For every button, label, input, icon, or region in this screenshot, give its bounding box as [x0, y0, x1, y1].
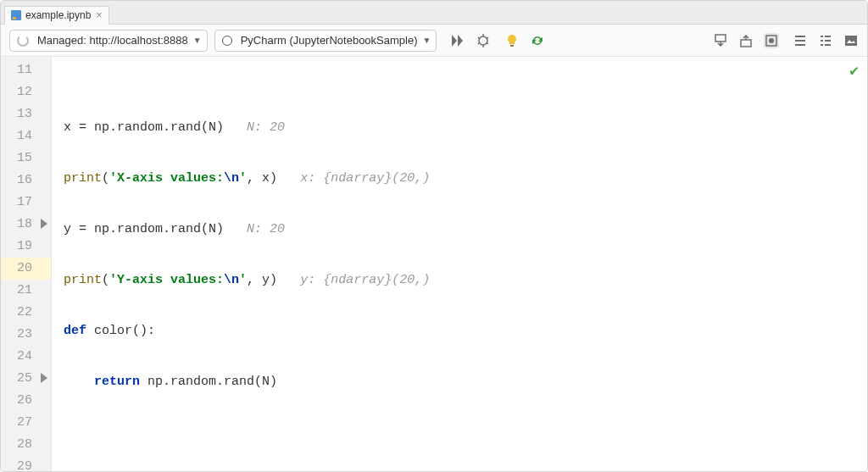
svg-point-2	[479, 36, 487, 45]
move-up-icon[interactable]	[738, 33, 754, 48]
select-cell-icon[interactable]	[764, 33, 779, 48]
line-number: 14	[1, 125, 51, 147]
view-icon-group	[793, 33, 859, 48]
tab-bar: example.ipynb ×	[1, 1, 867, 25]
close-icon[interactable]: ×	[96, 9, 102, 21]
code-line[interactable]	[64, 422, 867, 444]
run-cell-icon[interactable]	[41, 219, 47, 229]
line-number: 27	[1, 412, 51, 434]
run-cell-icon[interactable]	[41, 373, 47, 383]
tool-icon-group	[504, 33, 545, 48]
line-number: 25	[1, 368, 51, 390]
chevron-down-icon: ▼	[193, 36, 202, 45]
code-line[interactable]: print('Y-axis values:\n', y) y: {ndarray…	[64, 269, 867, 292]
line-number: 18	[1, 214, 51, 236]
line-number: 26	[1, 390, 51, 412]
move-down-icon[interactable]	[713, 33, 728, 48]
kernel-dropdown[interactable]: PyCharm (JupyterNotebookSample) ▼	[214, 30, 437, 52]
run-all-icon[interactable]	[450, 33, 465, 48]
code-line[interactable]: return np.random.rand(N)	[64, 371, 867, 393]
code-line[interactable]: print('X-axis values:\n', x) x: {ndarray…	[64, 168, 867, 190]
svg-rect-5	[741, 40, 751, 47]
kernel-label: PyCharm (JupyterNotebookSample)	[241, 34, 418, 47]
notebook-toolbar: Managed: http://localhost:8888 ▼ PyCharm…	[1, 25, 867, 57]
code-editor[interactable]: 11 12 13 14 15 16 17 18 19 20 21 22 23 2…	[1, 57, 867, 472]
code-line[interactable]: y = np.random.rand(N) N: 20	[64, 219, 867, 241]
jupyter-file-icon	[10, 9, 22, 21]
code-line[interactable]: def color():	[64, 320, 867, 342]
line-number: 21	[1, 280, 51, 302]
line-gutter: 11 12 13 14 15 16 17 18 19 20 21 22 23 2…	[1, 57, 52, 472]
debug-cell-icon[interactable]	[476, 33, 491, 48]
line-number: 22	[1, 302, 51, 324]
code-line[interactable]: x = np.random.rand(N) N: 20	[64, 117, 867, 139]
line-number: 24	[1, 346, 51, 368]
kernel-status-icon	[222, 36, 232, 46]
image-icon[interactable]	[843, 33, 859, 48]
line-number: 13	[1, 103, 51, 125]
server-dropdown[interactable]: Managed: http://localhost:8888 ▼	[9, 30, 208, 52]
run-icon-group	[450, 33, 491, 48]
line-number: 20	[1, 258, 51, 280]
svg-rect-8	[845, 36, 857, 46]
details-icon[interactable]	[818, 33, 833, 48]
status-ok-icon: ✔	[849, 61, 859, 80]
lightbulb-icon[interactable]	[504, 33, 520, 48]
chevron-down-icon: ▼	[423, 36, 431, 45]
code-area[interactable]: ✔ x = np.random.rand(N) N: 20 print('X-a…	[52, 57, 867, 472]
svg-point-7	[769, 38, 774, 43]
sync-icon[interactable]	[530, 33, 545, 48]
line-number: 16	[1, 169, 51, 192]
file-tab[interactable]: example.ipynb ×	[4, 6, 109, 25]
tab-filename: example.ipynb	[25, 9, 91, 21]
line-number: 15	[1, 147, 51, 169]
line-number: 17	[1, 192, 51, 214]
line-number: 11	[1, 59, 51, 81]
server-label: Managed: http://localhost:8888	[37, 34, 188, 47]
line-number: 19	[1, 236, 51, 258]
svg-rect-3	[510, 45, 514, 47]
cell-icon-group	[713, 33, 779, 48]
list-icon[interactable]	[793, 33, 808, 48]
line-number: 29	[1, 456, 51, 472]
line-number: 12	[1, 81, 51, 103]
svg-rect-1	[13, 17, 16, 19]
spinner-icon	[17, 35, 29, 47]
svg-rect-4	[715, 35, 726, 42]
line-number: 28	[1, 434, 51, 456]
line-number: 23	[1, 324, 51, 346]
